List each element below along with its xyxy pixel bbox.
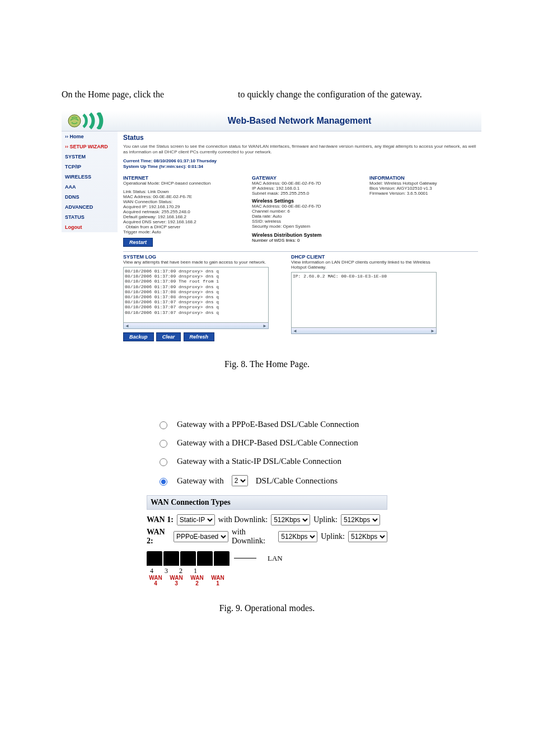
wan2-label: WAN 2: (147, 528, 170, 546)
nav-aaa[interactable]: AAA (62, 182, 118, 192)
wifi-rate: Data rate: Auto (252, 214, 364, 219)
wan-types-heading: WAN Connection Types (147, 495, 387, 510)
admin-screenshot: Web-Based Network Management ›› Home ›› … (62, 111, 481, 346)
wds-links: Number of WDS links: 0 (252, 238, 364, 243)
wan-lbl-4: WAN4 (148, 575, 163, 586)
syslog-desc: View any attempts that have been made to… (123, 260, 269, 265)
nav-advanced[interactable]: ADVANCED (62, 202, 118, 212)
clear-button[interactable]: Clear (156, 332, 181, 341)
info-fw: Firmware Version: 3.6.5.0001 (369, 191, 478, 196)
radio-multi[interactable] (160, 478, 167, 486)
acq-ip: Acquired IP: 192.168.170.29 (123, 204, 246, 209)
radio-static[interactable] (160, 458, 167, 466)
port-num-3: 3 (165, 567, 168, 575)
info-model: Model: Wireless Hotspot Gateway (369, 181, 478, 186)
wifi-chan: Channel number: 6 (252, 209, 364, 214)
radio-pppoe[interactable] (160, 421, 167, 429)
figure8-caption: Fig. 8. The Home Page. (0, 359, 534, 369)
acq-mask: Acquired netmask: 255.255.248.0 (123, 209, 246, 214)
port-icon (163, 551, 179, 566)
admin-title: Web-Based Network Management (118, 111, 481, 130)
wan2-dl-select[interactable]: 512Kbps (278, 531, 317, 542)
wan1-type-select[interactable]: Static-IP (177, 514, 215, 525)
nav-status[interactable]: STATUS (62, 212, 118, 222)
trigger: Trigger mode: Auto (123, 229, 246, 234)
dhcp-desc: View information on LAN DHCP clients cur… (291, 260, 437, 270)
wifi-ssid: SSID: wireless (252, 219, 364, 224)
link-status: Link Status: Link Down (123, 189, 246, 194)
internet-heading: INTERNET (123, 175, 246, 181)
dhcp-heading: DHCP CLIENT (291, 254, 437, 260)
current-time: Current Time: 08/10/2006 01:37:10 Thursd… (123, 158, 478, 164)
nav-setup-wizard[interactable]: ›› SETUP WIZARD (62, 142, 118, 152)
intro-before: On the Home page, click the (62, 90, 164, 99)
wan-lbl-2: WAN2 (189, 575, 205, 586)
port-icon (180, 551, 196, 566)
port-icon (214, 551, 229, 566)
wifi-heading: Wireless Settings (252, 198, 364, 204)
wan1-label: WAN 1: (147, 515, 174, 524)
info-bios: Bios Version: AIGY102510 v1.3 (369, 186, 478, 191)
label-multi-pre: Gateway with (177, 476, 224, 486)
svg-point-0 (68, 115, 81, 127)
gateway-heading: GATEWAY (252, 175, 364, 181)
backup-button[interactable]: Backup (123, 332, 154, 341)
wan1-ul-select[interactable]: 512Kbps (341, 514, 380, 525)
label-dhcp: Gateway with a DHCP-Based DSL/Cable Conn… (177, 438, 358, 448)
uptime: System Up Time (hr:min:sec): 0:01:34 (123, 164, 478, 170)
figure9-caption: Fig. 9. Operational modes. (0, 603, 534, 613)
syslog-heading: SYSTEM LOG (123, 254, 269, 260)
wan2-dl-label: with Downlink: (232, 528, 275, 546)
refresh-button[interactable]: Refresh (184, 332, 215, 341)
nav-logout[interactable]: Logout (62, 222, 118, 232)
op-mode: Operational Mode: DHCP-based connection (123, 181, 246, 186)
lan-label: LAN (268, 554, 283, 563)
dhcp-scrollbar[interactable]: ◄► (291, 328, 437, 334)
syslog-scrollbar[interactable]: ◄► (123, 323, 269, 329)
wds-heading: Wireless Distribution System (252, 232, 364, 238)
def-gw: Default gateway: 192.168.168.2 (123, 214, 246, 219)
info-heading: INFORMATION (369, 175, 478, 181)
status-blurb: You can use the Status screen to see the… (123, 144, 478, 155)
dns-src: Obtain from a DHCP server (123, 224, 246, 229)
wan2-type-select[interactable]: PPPoE-based (174, 531, 228, 542)
port-num-4: 4 (150, 567, 153, 575)
lan-line-icon (234, 558, 256, 558)
nav-wireless[interactable]: WIRELESS (62, 172, 118, 182)
admin-nav: ›› Home ›› SETUP WIZARD SYSTEM TCP/IP WI… (62, 132, 118, 232)
wan1-ul-label: Uplink: (313, 515, 338, 524)
internet-mac: MAC Address: 00-0E-8E-02-F6-7E (123, 194, 246, 199)
status-heading: Status (123, 134, 478, 142)
wifi-mac: MAC Address: 00-0E-8E-02-F6-7D (252, 204, 364, 209)
port-num-1: 1 (194, 567, 197, 575)
gateway-ip: IP Address: 192.168.0.1 (252, 186, 364, 191)
intro-text: On the Home page, click the to quickly c… (62, 90, 512, 107)
wan1-dl-select[interactable]: 512Kbps (271, 514, 310, 525)
port-icon (197, 551, 213, 566)
wifi-sec: Security mode: Open System (252, 224, 364, 229)
port-icon (147, 551, 162, 566)
radio-dhcp[interactable] (160, 440, 167, 448)
wan1-dl-label: with Downlink: (218, 515, 268, 524)
nav-system[interactable]: SYSTEM (62, 152, 118, 162)
nav-tcpip[interactable]: TCP/IP (62, 162, 118, 172)
gateway-mask: Subnet mask: 255.255.255.0 (252, 191, 364, 196)
label-multi-post: DSL/Cable Connections (256, 476, 338, 486)
label-pppoe: Gateway with a PPPoE-Based DSL/Cable Con… (177, 420, 359, 429)
gateway-mac: MAC Address: 00-0E-8E-02-F6-7D (252, 181, 364, 186)
wan2-ul-label: Uplink: (321, 532, 345, 541)
port-num-2: 2 (179, 567, 182, 575)
label-static: Gateway with a Static-IP DSL/Cable Conne… (177, 457, 341, 466)
nav-ddns[interactable]: DDNS (62, 192, 118, 202)
nav-home[interactable]: ›› Home (62, 132, 118, 142)
dns: Acquired DNS server: 192.168.168.2 (123, 219, 246, 224)
select-conn-count[interactable]: 2 (232, 475, 248, 486)
gateway-logo-icon (62, 111, 118, 131)
intro-after: to quickly change the configuration of t… (238, 90, 422, 99)
dhcp-textbox[interactable]: IP: 2.68.0.2 MAC: 00-E0-18-E3-1E-80 (291, 272, 437, 328)
syslog-textbox[interactable]: 08/10/2006 01:37:09 dnsproxy> dns q 08/1… (123, 267, 269, 323)
restart-button[interactable]: Restart (123, 238, 153, 247)
wan2-ul-select[interactable]: 512Kbps (348, 531, 387, 542)
wan-lbl-3: WAN3 (168, 575, 184, 586)
divider (123, 251, 478, 252)
